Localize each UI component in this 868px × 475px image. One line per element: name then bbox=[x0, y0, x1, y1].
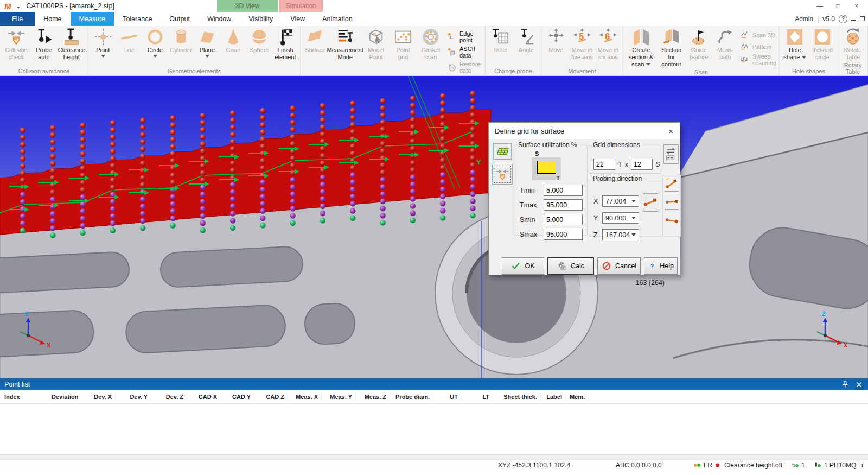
smin-input[interactable] bbox=[544, 214, 583, 225]
column-header-ut[interactable]: UT bbox=[433, 394, 462, 400]
ribbon-item-move[interactable]: Move bbox=[543, 27, 569, 54]
column-header-sheet-thick[interactable]: Sheet thick. bbox=[493, 394, 541, 400]
column-header-label[interactable]: Label bbox=[541, 394, 566, 400]
column-header-probe-diam[interactable]: Probe diam. bbox=[390, 394, 433, 400]
view-toggle-simulation[interactable]: Simulation bbox=[279, 0, 323, 12]
column-header-meas-x[interactable]: Meas. X bbox=[288, 394, 322, 400]
column-header-cad-y[interactable]: CAD Y bbox=[221, 394, 254, 400]
smax-input[interactable] bbox=[544, 229, 583, 240]
point-list-close-icon[interactable] bbox=[856, 381, 863, 388]
ribbon-item-edge-point[interactable]: Edge point bbox=[448, 30, 482, 43]
ribbon-item-probe-auto[interactable]: Probe auto bbox=[31, 27, 57, 61]
ribbon-item-move-in-five-axis[interactable]: 5Move in five axis bbox=[569, 27, 595, 61]
menu-tab-window[interactable]: Window bbox=[199, 12, 240, 26]
ribbon-item-point[interactable]: Point bbox=[90, 27, 116, 58]
probing-y-select[interactable]: 90.000 bbox=[602, 212, 639, 224]
menu-tab-visibility[interactable]: Visibility bbox=[240, 12, 282, 26]
column-header-meas-z[interactable]: Meas. Z bbox=[356, 394, 390, 400]
ribbon-item-ascii-data[interactable]: ASCII data bbox=[448, 46, 482, 59]
ribbon-item-meas-path[interactable]: Meas. path bbox=[712, 27, 738, 61]
ribbon-item-cone[interactable]: Cone bbox=[220, 27, 246, 54]
menu-tab-view[interactable]: View bbox=[282, 12, 314, 26]
status-item-1-ph10mq[interactable]: 1 PH10MQ bbox=[814, 461, 856, 469]
menu-tab-output[interactable]: Output bbox=[161, 12, 199, 26]
ribbon-item-collision-check[interactable]: Collision check bbox=[2, 27, 31, 61]
ribbon-item-sphere[interactable]: Sphere bbox=[246, 27, 272, 54]
column-header-index[interactable]: Index bbox=[0, 394, 52, 400]
status-item-fr[interactable]: FR bbox=[693, 461, 712, 469]
help-icon[interactable]: ? bbox=[839, 15, 847, 23]
mdi-restore-icon[interactable] bbox=[860, 16, 865, 21]
menu-tab-file[interactable]: File bbox=[0, 12, 35, 26]
probe-orientation-option-3[interactable] bbox=[665, 214, 679, 229]
3d-viewport[interactable]: Y Z X Z X bbox=[0, 76, 868, 378]
help-button[interactable]: ?Help bbox=[644, 257, 678, 275]
column-header-dev-z[interactable]: Dev. Z bbox=[151, 394, 187, 400]
ribbon-item-line[interactable]: Line bbox=[116, 27, 142, 54]
close-button[interactable]: × bbox=[847, 2, 866, 10]
menu-tab-tolerance[interactable]: Tolerance bbox=[114, 12, 161, 26]
ribbon-item-scan-3d[interactable]: Scan 3D bbox=[741, 30, 776, 40]
cancel-button[interactable]: Cancel bbox=[597, 257, 641, 275]
tmax-input[interactable] bbox=[544, 199, 583, 211]
column-header-dev-x[interactable]: Dev. X bbox=[78, 394, 116, 400]
column-header-mem[interactable]: Mem. bbox=[566, 394, 589, 400]
horizontal-scrollbar[interactable] bbox=[0, 454, 868, 460]
ribbon-item-table[interactable]: Table bbox=[487, 27, 513, 54]
ribbon-item-restore-data[interactable]: Restore data bbox=[448, 61, 482, 74]
ribbon-item-create-section-scan[interactable]: Create section & scan bbox=[625, 27, 658, 68]
ribbon-item-rotate-table[interactable]: Rotate Table bbox=[840, 27, 866, 61]
column-header-lt[interactable]: LT bbox=[462, 394, 493, 400]
ribbon-item-point-grid[interactable]: Point grid bbox=[390, 27, 416, 61]
menu-tab-home[interactable]: Home bbox=[35, 12, 70, 26]
tmin-input[interactable] bbox=[544, 185, 583, 196]
ribbon-item-inclined-circle[interactable]: Inclined circle bbox=[809, 27, 836, 61]
dialog-titlebar[interactable]: Define grid for surface × bbox=[489, 123, 680, 139]
grid-surface-tool-button[interactable] bbox=[493, 143, 512, 160]
column-header-meas-y[interactable]: Meas. Y bbox=[322, 394, 356, 400]
grid-s-input[interactable] bbox=[631, 159, 653, 170]
ribbon-item-surface[interactable]: Surface bbox=[302, 27, 328, 54]
calc-button[interactable]: Calc bbox=[547, 257, 594, 275]
column-header-cad-z[interactable]: CAD Z bbox=[254, 394, 288, 400]
ribbon-item-guide-feature[interactable]: Guide feature bbox=[686, 27, 712, 61]
ribbon-item-plane[interactable]: Plane bbox=[194, 27, 220, 58]
dialog-close-icon[interactable]: × bbox=[668, 126, 673, 136]
probing-x-select[interactable]: 77.004 bbox=[602, 195, 639, 207]
minimize-button[interactable]: — bbox=[810, 2, 829, 10]
status-item-clearance-height-off[interactable]: Clearance height off bbox=[714, 461, 782, 469]
status-item-r[interactable]: r bbox=[861, 461, 864, 469]
probe-orientation-option-2[interactable] bbox=[665, 196, 679, 210]
ribbon-item-hole-shape[interactable]: Hole shape bbox=[781, 27, 809, 61]
ribbon-item-circle[interactable]: Circle bbox=[142, 27, 168, 58]
ribbon-item-section-for-contour[interactable]: Section for contour bbox=[658, 27, 686, 68]
menu-tab-animation[interactable]: Animation bbox=[314, 12, 361, 26]
ribbon-item-sweep-scanning[interactable]: Sweep scanning bbox=[741, 53, 776, 66]
grid-t-input[interactable] bbox=[593, 159, 615, 170]
pin-icon[interactable] bbox=[841, 381, 848, 388]
mdi-minimize-icon[interactable] bbox=[851, 20, 856, 21]
collision-avoidance-toggle-button[interactable] bbox=[492, 164, 513, 185]
ribbon-item-angle[interactable]: Angle bbox=[513, 27, 539, 54]
menu-tab-measure[interactable]: Measure bbox=[71, 12, 114, 26]
swap-st-button[interactable] bbox=[663, 144, 679, 164]
ribbon-item-gasket-scan[interactable]: Gasket scan bbox=[416, 27, 445, 61]
column-header-deviation[interactable]: Deviation bbox=[52, 394, 78, 400]
probing-z-select[interactable]: 167.004 bbox=[602, 229, 639, 240]
quick-access-chevron-icon[interactable] bbox=[17, 5, 21, 9]
ribbon-item-move-in-six-axis[interactable]: 6Move in six axis bbox=[595, 27, 621, 61]
ribbon-item-measurement-mode[interactable]: Measurement Mode bbox=[328, 27, 362, 61]
probe-direction-pick-button[interactable] bbox=[643, 193, 658, 212]
ribbon-item-finish-element[interactable]: Finish element bbox=[272, 27, 298, 61]
probe-orientation-option-1[interactable] bbox=[665, 178, 679, 192]
column-header-dev-y[interactable]: Dev. Y bbox=[116, 394, 151, 400]
ribbon-item-model-point[interactable]: Model Point bbox=[362, 27, 390, 61]
ribbon-item-cylinder[interactable]: Cylinder bbox=[168, 27, 194, 54]
ribbon-item-pattern[interactable]: Pattern bbox=[741, 42, 776, 51]
ribbon-item-clearance-height[interactable]: Clearance height bbox=[57, 27, 86, 61]
maximize-button[interactable]: □ bbox=[829, 2, 847, 10]
column-header-cad-x[interactable]: CAD X bbox=[187, 394, 221, 400]
status-item-1[interactable]: 1 bbox=[791, 461, 805, 469]
view-toggle-3d-view[interactable]: 3D View bbox=[217, 0, 278, 12]
ok-button[interactable]: OK bbox=[502, 257, 544, 275]
